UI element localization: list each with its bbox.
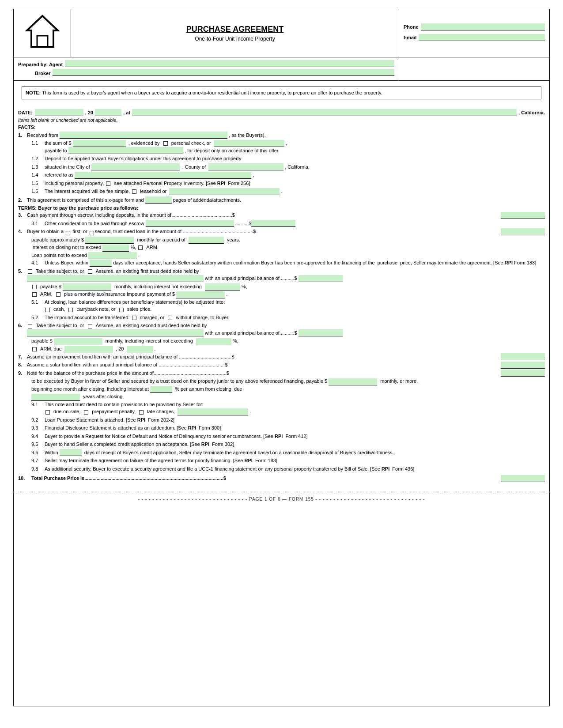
- sub-9-1-prepay-checkbox[interactable]: [84, 410, 88, 415]
- sub-3-1-input[interactable]: [146, 220, 234, 227]
- first-checkbox[interactable]: [66, 231, 70, 235]
- item-5-payable-row: payable $ monthly, including interest no…: [18, 283, 545, 298]
- item-4-amount[interactable]: [501, 228, 545, 235]
- broker-input[interactable]: [53, 69, 394, 76]
- sub9-monthly-input[interactable]: [329, 378, 377, 385]
- item-4-rate-input[interactable]: [102, 245, 129, 252]
- sub-1-6-period: .: [281, 189, 282, 194]
- sub5-arm: ARM,: [40, 291, 53, 297]
- sub9-rate-input[interactable]: [150, 386, 172, 393]
- note-label: NOTE:: [26, 90, 41, 95]
- phone-input[interactable]: [421, 23, 545, 30]
- sub5-period: .: [226, 291, 227, 297]
- item-5-checkbox2[interactable]: [88, 269, 92, 274]
- sub-1-3-num: 1.3: [31, 163, 45, 171]
- fee-simple-checkbox[interactable]: [132, 189, 136, 194]
- item-6-unpaid-amount[interactable]: [299, 329, 343, 336]
- item-6-checkbox1[interactable]: [28, 324, 32, 328]
- sub-9-1-other-input[interactable]: [178, 408, 248, 415]
- sub-1-6-content: The interest acquired will be fee simple…: [45, 188, 545, 195]
- sub-1-2-num: 1.2: [31, 155, 45, 162]
- item-7-amount[interactable]: [501, 353, 545, 360]
- broker-row: Broker: [18, 69, 394, 76]
- sub-5-1-carryback-checkbox[interactable]: [68, 308, 73, 312]
- sub-1-6-input[interactable]: [169, 188, 280, 195]
- sub-9-6-text: Within: [45, 450, 58, 455]
- item-4-monthly: monthly for a period of: [137, 237, 185, 242]
- item-6-arm-checkbox[interactable]: [32, 347, 37, 351]
- sub-1-3-city-input[interactable]: [91, 163, 180, 170]
- sub-5-2-charged-checkbox[interactable]: [132, 316, 136, 320]
- sub-1-3-county-input[interactable]: [208, 163, 283, 170]
- sub-1-5-content: including personal property, see attache…: [45, 180, 545, 187]
- item-9-amount[interactable]: [501, 370, 545, 377]
- item-6-payable-input[interactable]: [54, 338, 102, 345]
- item-1-input[interactable]: [60, 132, 227, 139]
- agent-row: Prepared by: Agent: [18, 60, 394, 67]
- date-input-location[interactable]: [132, 109, 517, 116]
- item-4-payable-input[interactable]: [85, 237, 134, 244]
- item-6-rate-input[interactable]: [196, 338, 231, 345]
- arm-4-checkbox[interactable]: [138, 245, 143, 250]
- date-input-month[interactable]: [35, 109, 83, 116]
- item-7-content: Assume an improvement bond lien with an …: [27, 353, 545, 361]
- sub-5-1-cash-checkbox[interactable]: [45, 308, 50, 312]
- item-5-arm2-checkbox[interactable]: [32, 292, 37, 297]
- sub-9-1-text2: due-on-sale,: [53, 409, 80, 414]
- sub-9-4-text: Buyer to provide a Request for Notice of…: [45, 434, 273, 439]
- sub-9-1: 9.1 This note and trust deed to contain …: [18, 401, 545, 415]
- item-3-num: 3.: [18, 211, 27, 219]
- item-5-rate-input[interactable]: [205, 283, 240, 290]
- sub-9-1-due-checkbox[interactable]: [45, 410, 50, 415]
- sub-9-3-form: Form 300]: [199, 425, 221, 430]
- second-checkbox[interactable]: [90, 231, 94, 235]
- sub-4-1-num: 4.1: [31, 259, 45, 267]
- personal-check-checkbox[interactable]: [163, 141, 168, 146]
- sub-1-6-text: The interest acquired will be fee simple…: [45, 189, 130, 194]
- sub-9-3-num: 9.3: [31, 424, 45, 432]
- item-3-amount[interactable]: [501, 212, 545, 219]
- sub-4-1-days-input[interactable]: [90, 260, 112, 267]
- sub-9-1-late-checkbox[interactable]: [139, 410, 144, 415]
- item-6-due-input[interactable]: [64, 346, 113, 353]
- item-7-num: 7.: [18, 353, 27, 361]
- item-4-period-input[interactable]: [189, 237, 224, 244]
- sub9-years-input[interactable]: [31, 394, 80, 401]
- item-6-held-by-input[interactable]: [27, 329, 204, 336]
- item-5-impound-checkbox[interactable]: [56, 292, 60, 297]
- item-5-held-by-input[interactable]: [27, 275, 204, 282]
- item-10-amount[interactable]: [501, 475, 545, 482]
- sub-9-2-content: Loan Purpose Statement is attached. [See…: [45, 416, 545, 424]
- item-1-content: Received from , as the Buyer(s),: [27, 132, 545, 139]
- item-2-input[interactable]: [145, 196, 172, 204]
- sub-9-6-days-input[interactable]: [60, 449, 82, 456]
- personal-prop-checkbox[interactable]: [106, 181, 110, 186]
- sub-1-1-sum-input[interactable]: [73, 140, 126, 147]
- item-6-year-input[interactable]: [127, 346, 153, 353]
- item-5-impound-input[interactable]: [176, 291, 225, 298]
- item-4-loan-input[interactable]: [88, 252, 137, 259]
- prepared-right: [399, 57, 549, 80]
- sub-9-8-text: As additional security, Buyer to execute…: [45, 466, 380, 472]
- item-5-unpaid-amount[interactable]: [299, 275, 343, 282]
- item-5-arm-checkbox[interactable]: [32, 285, 37, 289]
- sub-9-5-rpi: RPI: [201, 441, 209, 447]
- item-6-checkbox2[interactable]: [88, 324, 92, 328]
- sub-1-4-text: referred to as: [45, 172, 73, 177]
- agent-input[interactable]: [65, 60, 394, 67]
- sub-1-1-or-input[interactable]: [214, 140, 284, 147]
- sub-3-1-amount[interactable]: [251, 220, 295, 227]
- sub-5-2-content: The impound account to be transferred: c…: [45, 314, 545, 321]
- sub-9-2-text: Loan Purpose Statement is attached. [See: [45, 417, 136, 422]
- phone-label: Phone: [404, 24, 419, 30]
- sub-5-1-sales-checkbox[interactable]: [119, 308, 124, 312]
- sub-5-2-without-checkbox[interactable]: [168, 316, 172, 320]
- item-5-checkbox1[interactable]: [28, 269, 32, 274]
- date-input-year[interactable]: [95, 109, 121, 116]
- sub-1-4-input[interactable]: [75, 172, 251, 179]
- sub-1-1b-payable-input[interactable]: [68, 147, 183, 154]
- item-5-payable-input[interactable]: [63, 283, 111, 290]
- item-8-amount[interactable]: [501, 362, 545, 369]
- email-input[interactable]: [419, 34, 545, 41]
- sub-9-7-rpi: RPI: [244, 458, 252, 463]
